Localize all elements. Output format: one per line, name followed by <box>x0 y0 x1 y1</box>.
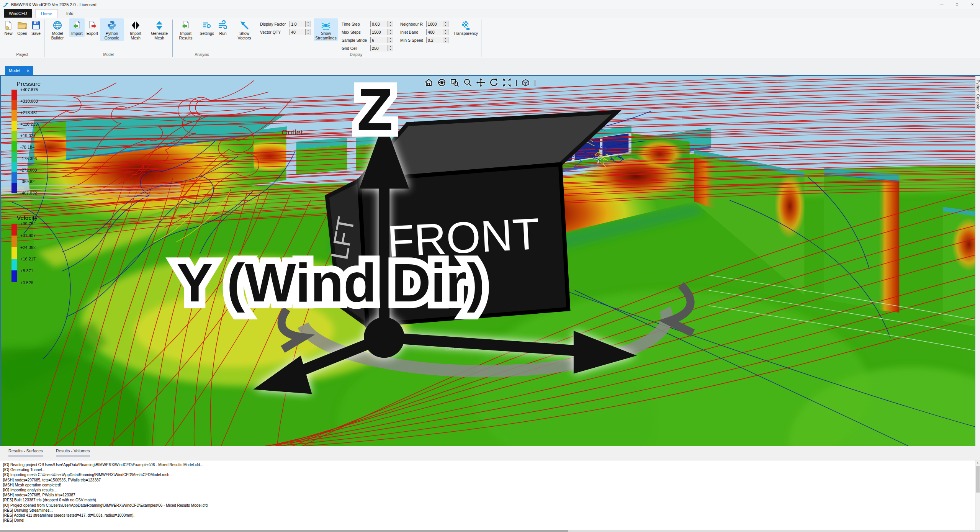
group-display: Show Vectors Display Factor 1.0 ▲▼ Vecto… <box>232 18 480 58</box>
log-line: [IO] Importing analysis results... <box>3 488 972 493</box>
tab-info[interactable]: Info <box>61 9 79 18</box>
import-results-button[interactable]: Import Results <box>174 18 198 41</box>
log-horizontal-scrollbar[interactable] <box>0 530 980 532</box>
scroll-up-icon[interactable]: ▲ <box>975 460 980 465</box>
show-vectors-button[interactable]: Show Vectors <box>232 18 256 41</box>
scrollbar-thumb[interactable] <box>976 466 980 493</box>
log-lines: [IO] Reading project C:\Users\User\AppDa… <box>3 462 972 523</box>
tab-results-surfaces[interactable]: Results - Surfaces <box>7 449 44 460</box>
app-logo-icon <box>3 2 9 7</box>
viewport: Pressure +407.875+310.663+213.451+116.23… <box>0 75 980 446</box>
group-label-display: Display <box>232 52 480 58</box>
grid-cell-input[interactable]: 250 <box>370 45 388 51</box>
time-step-input[interactable]: 0.03 <box>370 21 388 27</box>
document-tab-model[interactable]: Model ✕ <box>5 66 33 75</box>
group-label-model: Model <box>46 52 171 58</box>
log-line: [RES] Built 123387 tris (dropped 0 with … <box>3 498 972 503</box>
grid-cell-spinner[interactable]: ▲▼ <box>388 45 393 51</box>
3d-scene[interactable]: Pressure +407.875+310.663+213.451+116.23… <box>1 76 975 446</box>
vector-qty-field: Vector QTY 40 ▲▼ <box>260 29 311 35</box>
vector-qty-input[interactable]: 40 <box>290 29 306 35</box>
new-button[interactable]: New <box>2 18 15 37</box>
open-button[interactable]: Open <box>15 18 29 37</box>
inlet-band-input[interactable]: 400 <box>426 29 443 35</box>
min-s-speed-input[interactable]: 0.2 <box>426 37 443 43</box>
import-button[interactable]: Import <box>69 18 85 37</box>
time-step-field: Time Step 0.03 ▲▼ <box>342 21 393 27</box>
globe-icon <box>52 20 62 30</box>
log-vertical-scrollbar[interactable]: ▲ <box>975 460 980 530</box>
group-analysis: Import Results Settings Run Analysis <box>174 18 230 58</box>
group-label-analysis: Analysis <box>174 52 230 58</box>
max-steps-spinner[interactable]: ▲▼ <box>388 29 393 35</box>
max-steps-field: Max Steps 1500 ▲▼ <box>342 29 393 35</box>
group-separator <box>231 20 231 57</box>
generate-mesh-icon <box>154 20 164 30</box>
python-console-button[interactable]: Python Console <box>100 18 124 41</box>
close-tab-icon[interactable]: ✕ <box>26 69 29 73</box>
log-line: [IO] Reading project C:\Users\User\AppDa… <box>3 462 972 467</box>
log-line: [RES] Added 411 streamlines (seeds teste… <box>3 513 972 518</box>
vector-qty-spinner[interactable]: ▲▼ <box>306 29 311 35</box>
import-results-icon <box>181 20 191 30</box>
export-file-icon <box>87 20 97 30</box>
run-button[interactable]: Run <box>216 18 230 37</box>
scrollbar-thumb[interactable] <box>0 530 568 532</box>
display-factor-spinner[interactable]: ▲▼ <box>306 21 311 27</box>
min-s-speed-spinner[interactable]: ▲▼ <box>443 37 448 43</box>
sample-stride-spinner[interactable]: ▲▼ <box>388 37 393 43</box>
neighbour-r-spinner[interactable]: ▲▼ <box>443 21 448 27</box>
new-document-icon <box>3 20 13 30</box>
minimize-button[interactable]: — <box>934 0 949 9</box>
axis-z-label: Z <box>357 77 393 142</box>
time-step-spinner[interactable]: ▲▼ <box>388 21 393 27</box>
display-factor-input[interactable]: 1.0 <box>290 21 306 27</box>
export-button[interactable]: Export <box>85 18 100 37</box>
group-separator <box>481 20 481 57</box>
open-folder-icon <box>17 20 27 30</box>
log-line: [IO] Project opened from C:\Users\User\A… <box>3 503 972 508</box>
settings-sliders-icon <box>202 20 212 30</box>
log-line: [MSH] nodes=297685, PWalls tris=123387 <box>3 493 972 498</box>
streamlines-icon <box>321 20 331 30</box>
document-tab-strip: Model ✕ <box>0 58 980 75</box>
results-tab-bar: Results - Surfaces Results - Volumes <box>0 446 980 460</box>
inlet-band-spinner[interactable]: ▲▼ <box>443 29 448 35</box>
neighbour-r-input[interactable]: 1000 <box>426 21 443 27</box>
group-label-project: Project <box>2 52 43 58</box>
log-line: [MSH] nodes=297685, tets=1500535, PWalls… <box>3 478 972 483</box>
log-line: [MSH] Mesh operation completed! <box>3 483 972 488</box>
group-separator <box>44 20 44 57</box>
vector-arrow-icon <box>239 20 249 30</box>
show-streamlines-button[interactable]: Show Streamlines <box>314 18 338 41</box>
neighbour-r-field: Neighbour R 1000 ▲▼ <box>400 21 448 27</box>
ribbon-tab-row: WindCFD Home Info <box>0 9 980 18</box>
log-console[interactable]: [IO] Reading project C:\Users\User\AppDa… <box>0 460 980 530</box>
save-floppy-icon <box>31 20 41 30</box>
model-builder-button[interactable]: Model Builder <box>46 18 69 41</box>
python-icon <box>107 20 117 30</box>
import-file-icon <box>72 20 82 30</box>
tab-indicator <box>56 455 90 457</box>
min-s-speed-field: Min S Speed 0.2 ▲▼ <box>400 37 448 43</box>
python-console-side-tab[interactable]: Python Console <box>975 76 980 446</box>
group-separator <box>172 20 173 57</box>
tab-windcfd[interactable]: WindCFD <box>4 9 32 18</box>
axis-triad: Z Y (Wind Dir) <box>1 76 975 446</box>
display-factor-field: Display Factor 1.0 ▲▼ <box>260 21 311 27</box>
max-steps-input[interactable]: 1500 <box>370 29 388 35</box>
generate-mesh-button[interactable]: Generate Mesh <box>147 18 171 41</box>
titlebar: BIMWERX WindCFD Ver 2025.2.0 - Licensed … <box>0 0 980 9</box>
settings-button[interactable]: Settings <box>198 18 216 37</box>
import-mesh-button[interactable]: Import Mesh <box>124 18 147 41</box>
save-button[interactable]: Save <box>29 18 43 37</box>
tab-indicator <box>8 455 43 457</box>
maximize-button[interactable]: □ <box>949 0 965 9</box>
transparency-button[interactable]: Transparency <box>452 18 480 37</box>
sample-stride-input[interactable]: 6 <box>370 37 388 43</box>
tab-home[interactable]: Home <box>35 9 58 18</box>
tab-results-volumes[interactable]: Results - Volumes <box>54 449 92 460</box>
run-wind-icon <box>218 20 228 30</box>
close-button[interactable]: ✕ <box>965 0 980 9</box>
window-title: BIMWERX WindCFD Ver 2025.2.0 - Licensed <box>11 2 97 7</box>
